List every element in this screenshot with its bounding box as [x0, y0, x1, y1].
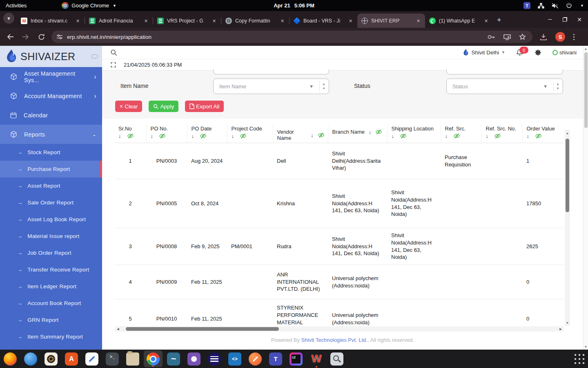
tab-close-button[interactable]: × — [74, 18, 81, 25]
branch-selector[interactable]: Shivit Delhi ▼ — [463, 49, 505, 56]
visibility-toggle-icon[interactable] — [535, 133, 542, 139]
column-header-po-no[interactable]: PO No.↓ — [146, 125, 187, 143]
system-tray[interactable]: T ▼ — [523, 2, 584, 9]
sort-icon[interactable]: ↓ — [486, 133, 489, 139]
sidebar-item-stock-report[interactable]: →Stock Report — [0, 144, 102, 161]
v-scroll-thumb[interactable] — [566, 139, 569, 212]
column-header-branch-name[interactable]: Branch Name↓ — [328, 125, 387, 143]
profile-avatar[interactable]: S — [555, 32, 565, 42]
clipped-select-right[interactable] — [446, 69, 563, 74]
taskbar-software-button[interactable]: A — [61, 350, 82, 368]
show-apps-button[interactable] — [574, 354, 585, 364]
sidebar-item-purchase-report[interactable]: →Purchase Report — [0, 161, 102, 177]
chevron-down-icon[interactable]: ▼ — [580, 4, 584, 8]
tab-close-button[interactable]: × — [211, 18, 218, 25]
browser-tab-whatsapp[interactable]: (1) WhatsApp E× — [425, 14, 493, 28]
h-scroll-thumb[interactable] — [126, 327, 279, 331]
visibility-toggle-icon[interactable] — [400, 133, 407, 139]
back-button[interactable] — [5, 31, 16, 42]
network-icon[interactable] — [538, 3, 544, 9]
sidebar-item-item-summary-report[interactable]: →Item Summary Report — [0, 328, 102, 345]
visibility-toggle-icon[interactable] — [200, 133, 207, 139]
search-icon[interactable] — [110, 49, 117, 56]
sidebar-item-asset-log-book-report[interactable]: →Asset Log Book Report — [0, 211, 102, 228]
url-text[interactable]: erp.shivit.net.in/minierp/application — [67, 34, 483, 40]
status-select[interactable]: Status ▼ ▲▼ — [446, 79, 563, 94]
clipped-select-left[interactable] — [213, 69, 329, 74]
sidebar-item-sale-order-report[interactable]: →Sale Order Report — [0, 194, 102, 211]
taskbar-libreoffice-button[interactable] — [245, 350, 265, 368]
power-icon[interactable] — [566, 2, 572, 9]
sidebar-item-asset-report[interactable]: →Asset Report — [0, 177, 102, 194]
clock[interactable]: Apr 21 5:06 PM — [274, 2, 314, 9]
sidebar-item-reports[interactable]: Reports⌄ — [0, 125, 102, 144]
user-menu[interactable]: shivani — [552, 49, 577, 56]
sort-icon[interactable]: ↓ — [369, 129, 372, 135]
browser-tab-sheets[interactable]: Adroit Financia× — [85, 14, 153, 28]
taskbar-screenshot-tool-button[interactable] — [327, 350, 347, 368]
tab-close-button[interactable]: × — [279, 18, 286, 25]
sidebar-toggle[interactable] — [91, 54, 98, 58]
fullscreen-icon[interactable] — [110, 62, 116, 68]
column-header-vendor-name[interactable]: Vendor Name↓ — [273, 125, 328, 143]
visibility-toggle-icon[interactable] — [453, 133, 460, 139]
table-vertical-scrollbar[interactable]: ▲▼ — [565, 130, 570, 325]
restore-button[interactable] — [562, 17, 568, 22]
window-scroll-thumb[interactable] — [584, 52, 588, 128]
sort-icon[interactable]: ↓ — [445, 133, 448, 139]
taskbar-chrome-button[interactable] — [144, 350, 163, 367]
sidebar-item-material-issue-report[interactable]: →Material Issue report — [0, 228, 102, 245]
sort-icon[interactable]: ↓ — [118, 133, 121, 139]
column-header-po-date[interactable]: PO Date↓ — [187, 125, 227, 143]
taskbar-mysql-workbench-button[interactable]: ~ — [163, 350, 184, 368]
sort-icon[interactable]: ↓ — [232, 133, 234, 139]
column-header-project-code[interactable]: Project Code↓ — [227, 125, 273, 143]
apply-button[interactable]: Apply — [149, 101, 178, 112]
focused-app-menu[interactable]: Google Chrome ▼ — [62, 2, 116, 9]
taskbar-vscode-button[interactable]: <> — [225, 350, 245, 368]
export-all-button[interactable]: Export All — [185, 101, 224, 112]
sidebar-item-account-book-report[interactable]: →Account Book Report — [0, 295, 102, 312]
visibility-toggle-icon[interactable] — [318, 132, 325, 138]
browser-tab-globe[interactable]: SHIVIT ERP× — [357, 13, 425, 28]
taskbar-files-button[interactable] — [122, 350, 143, 368]
bookmark-star-icon[interactable] — [519, 34, 526, 40]
sidebar-item-transfer-receive-report[interactable]: →Transfer Receive Report — [0, 261, 102, 278]
password-key-icon[interactable] — [488, 34, 495, 40]
sidebar-item-account-management[interactable]: Account Management› — [0, 86, 102, 105]
teams-tray-icon[interactable]: T — [523, 2, 530, 9]
visibility-toggle-icon[interactable] — [127, 133, 134, 139]
footer-company-link[interactable]: Shivit Technologies Pvt. Ltd. — [301, 337, 368, 343]
sort-icon[interactable]: ↓ — [192, 133, 194, 139]
browser-menu-icon[interactable] — [573, 34, 575, 40]
sidebar-item-item-ledger-report[interactable]: →Item Ledger Report — [0, 278, 102, 295]
visibility-toggle-icon[interactable] — [240, 133, 247, 139]
taskbar-teams-button[interactable]: T — [265, 350, 286, 368]
reload-button[interactable] — [36, 31, 47, 42]
taskbar-eclipse-button[interactable] — [204, 350, 225, 368]
tab-search-button[interactable]: ▼ — [3, 13, 14, 24]
column-header-sr-no[interactable]: Sr.No↓ — [114, 125, 146, 143]
taskbar-intellij-idea-button[interactable] — [286, 350, 306, 368]
visibility-toggle-icon[interactable] — [159, 133, 166, 139]
sort-icon[interactable]: ↓ — [151, 133, 154, 139]
tab-close-button[interactable]: × — [143, 18, 149, 25]
column-header-ref-src[interactable]: Ref. Src.↓ — [441, 125, 481, 143]
column-header-order-value[interactable]: Order Value↓ — [522, 125, 564, 143]
activities-button[interactable]: Activities — [6, 2, 27, 9]
downloads-icon[interactable] — [540, 34, 547, 40]
site-settings-icon[interactable] — [56, 34, 63, 40]
sort-icon[interactable]: ↓ — [392, 133, 394, 139]
address-bar[interactable]: erp.shivit.net.in/minierp/application — [51, 31, 532, 43]
browser-tab-gmail[interactable]: MInbox - shivani.c× — [17, 14, 85, 28]
clear-button[interactable]: × Clear — [115, 101, 142, 112]
window-scrollbar[interactable]: ▲▼ — [583, 46, 588, 350]
taskbar-github-desktop-button[interactable] — [184, 350, 204, 368]
sidebar-item-grn-report[interactable]: →GRN Report — [0, 312, 102, 328]
sidebar-item-calendar[interactable]: Calendar — [0, 105, 102, 125]
forward-button[interactable] — [20, 31, 31, 42]
notifications-button[interactable]: 0 — [516, 48, 523, 56]
spinner-control[interactable]: ▲▼ — [319, 81, 325, 92]
browser-tab-copy-formatting[interactable]: Copy Formattin× — [221, 14, 289, 28]
column-header-shipping-location[interactable]: Shipping Location↓ — [387, 125, 441, 143]
